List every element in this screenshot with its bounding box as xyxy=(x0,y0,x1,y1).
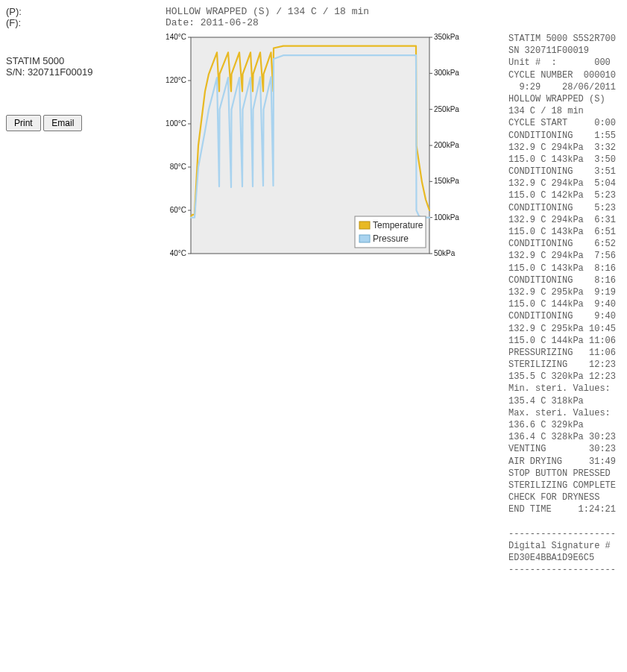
device-name: STATIM 5000 xyxy=(6,55,166,66)
svg-rect-30 xyxy=(359,235,370,242)
print-button[interactable]: Print xyxy=(6,115,41,131)
svg-text:150kPa: 150kPa xyxy=(434,177,459,185)
svg-text:50kPa: 50kPa xyxy=(434,249,456,257)
svg-text:250kPa: 250kPa xyxy=(434,105,459,113)
svg-text:60°C: 60°C xyxy=(170,206,186,214)
svg-text:Pressure: Pressure xyxy=(373,233,409,244)
svg-text:100kPa: 100kPa xyxy=(434,213,459,222)
header-p-label: (P): xyxy=(6,6,166,17)
svg-text:300kPa: 300kPa xyxy=(434,69,459,77)
header-f-label: (F): xyxy=(6,17,166,28)
svg-text:100°C: 100°C xyxy=(166,119,186,128)
cycle-log: STATIM 5000 S5S2R700 SN 320711F00019 Uni… xyxy=(508,33,616,576)
svg-rect-28 xyxy=(359,222,370,229)
program-line: HOLLOW WRAPPED (S) / 134 C / 18 min xyxy=(166,6,369,17)
svg-text:350kPa: 350kPa xyxy=(434,33,459,41)
svg-text:120°C: 120°C xyxy=(166,76,186,84)
cycle-chart: 40°C60°C80°C100°C120°C140°C50kPa100kPa15… xyxy=(166,33,464,264)
email-button[interactable]: Email xyxy=(43,115,82,131)
svg-text:200kPa: 200kPa xyxy=(434,141,459,149)
svg-text:140°C: 140°C xyxy=(166,33,186,41)
svg-text:Temperature: Temperature xyxy=(373,220,423,230)
svg-text:40°C: 40°C xyxy=(170,249,186,257)
device-serial: S/N: 320711F00019 xyxy=(6,66,166,78)
svg-text:80°C: 80°C xyxy=(170,163,186,171)
date-line: Date: 2011-06-28 xyxy=(166,17,369,28)
